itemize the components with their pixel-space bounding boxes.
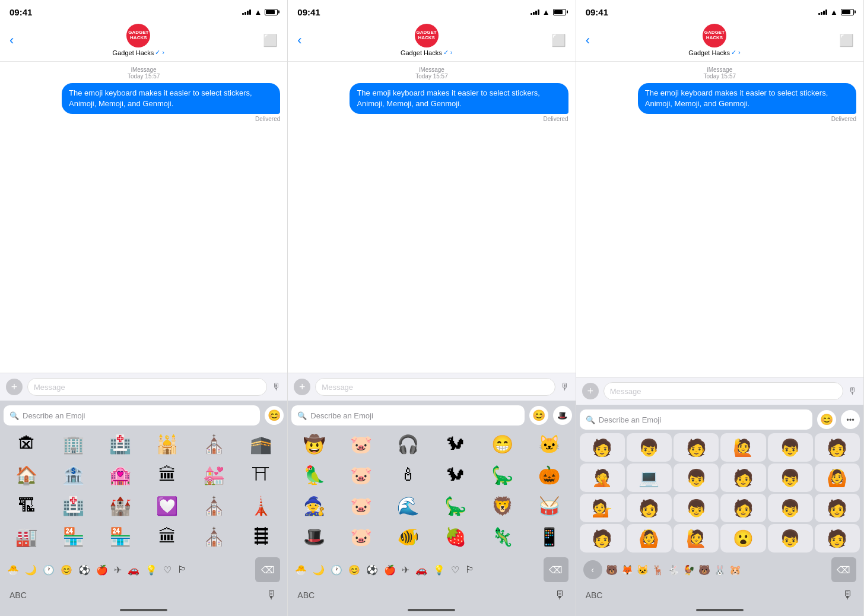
emoji-cell[interactable]: 🦕 (432, 491, 478, 520)
kb-icon[interactable]: 🦊 (621, 564, 633, 576)
mic-button-3[interactable]: 🎙 (848, 386, 857, 396)
memoji-cell[interactable]: 🧑 (674, 433, 719, 462)
kb-icon[interactable]: 🕐 (43, 564, 55, 576)
more-btn-3[interactable]: ••• (841, 410, 860, 429)
kb-icon[interactable]: 🍎 (96, 564, 108, 576)
memoji-cell[interactable]: 🙆 (815, 463, 860, 492)
emoji-face-btn-3[interactable]: 😊 (817, 410, 836, 429)
emoji-cell[interactable]: 🏢 (50, 429, 96, 459)
kb-icon[interactable]: ✈ (402, 564, 409, 576)
kb-icon[interactable]: 😊 (61, 564, 72, 576)
memoji-cell[interactable]: 💻 (627, 463, 672, 492)
memoji-cell[interactable]: 👦 (768, 524, 813, 553)
kb-icon[interactable]: ♡ (163, 564, 171, 576)
kb-icon[interactable]: 🍎 (384, 564, 396, 576)
kb-icon[interactable]: 🕐 (331, 564, 342, 576)
abc-label-2[interactable]: ABC (297, 590, 315, 600)
emoji-cell[interactable]: 🐷 (338, 460, 384, 490)
emoji-cell[interactable]: ⛪ (191, 429, 237, 459)
emoji-cell[interactable]: ⛩ (238, 460, 284, 490)
emoji-cell[interactable]: 🐷 (338, 522, 384, 551)
video-button-1[interactable]: ⬜ (263, 33, 278, 47)
mic-large-3[interactable]: 🎙 (842, 588, 854, 602)
emoji-cell[interactable]: 🏥 (97, 429, 143, 459)
emoji-cell[interactable]: ⛪ (191, 522, 237, 551)
emoji-cell[interactable]: 🐿 (432, 429, 478, 459)
kb-icon[interactable]: 🐱 (637, 564, 649, 576)
kb-icon[interactable]: 🚗 (415, 564, 427, 576)
emoji-face-btn-1[interactable]: 😊 (265, 406, 284, 425)
emoji-cell[interactable]: 🦁 (479, 491, 525, 520)
kb-icon[interactable]: 🐻 (606, 564, 618, 576)
video-button-2[interactable]: ⬜ (551, 33, 566, 47)
memoji-cell[interactable]: 👦 (674, 494, 719, 522)
emoji-cell[interactable]: 🧙 (291, 491, 337, 520)
plus-button-3[interactable]: + (582, 383, 599, 399)
plus-button-2[interactable]: + (294, 379, 310, 395)
memoji-cell[interactable]: 👦 (627, 433, 672, 462)
memoji-cell[interactable]: 🧑 (815, 433, 860, 462)
emoji-cell[interactable]: 🏥 (50, 491, 96, 520)
emoji-cell[interactable]: 🏪 (97, 522, 143, 551)
kb-icon[interactable]: 🐹 (729, 564, 741, 576)
kb-icon[interactable]: 🏳 (177, 564, 187, 575)
emoji-cell[interactable]: 🤠 (291, 429, 337, 459)
emoji-cell[interactable]: 🏰 (97, 491, 143, 520)
emoji-cell[interactable]: 🦜 (291, 460, 337, 490)
delete-button-3[interactable]: ⌫ (831, 557, 856, 582)
kb-icon[interactable]: 🐓 (683, 564, 695, 576)
kb-icon[interactable]: 🚗 (128, 564, 139, 576)
kb-icon[interactable]: 💡 (145, 564, 157, 576)
emoji-cell[interactable]: 🏗 (4, 491, 49, 520)
emoji-cell[interactable]: 📱 (526, 522, 572, 551)
back-button-1[interactable]: ‹ (9, 33, 14, 48)
emoji-cell[interactable]: ⛪ (191, 491, 237, 520)
emoji-search-input-1[interactable]: 🔍 Describe an Emoji (4, 405, 260, 426)
mic-button-2[interactable]: 🎙 (560, 382, 570, 392)
emoji-face-btn-2[interactable]: 😊 (529, 406, 548, 425)
emoji-cell[interactable]: 🐠 (385, 522, 431, 551)
kb-icon[interactable]: 🐻 (698, 564, 710, 576)
memoji-cell[interactable]: 👦 (768, 494, 813, 522)
kb-icon[interactable]: 🐰 (714, 564, 726, 576)
memoji-cell[interactable]: 💁 (580, 494, 625, 522)
emoji-cell[interactable]: 🐱 (526, 429, 572, 459)
memoji-cell[interactable]: 🧑 (580, 524, 625, 553)
emoji-cell[interactable]: 🕌 (144, 429, 190, 459)
kb-icon[interactable]: 💡 (433, 564, 445, 576)
kb-icon[interactable]: 🌙 (25, 564, 37, 576)
memoji-cell[interactable]: 👦 (768, 433, 813, 462)
memoji-cell[interactable]: 🙋 (674, 524, 719, 553)
emoji-cell[interactable]: 🏩 (97, 460, 143, 490)
emoji-cell[interactable]: 🦎 (479, 522, 525, 551)
kb-icon[interactable]: ⚽ (366, 564, 378, 576)
memoji-cell[interactable]: 🧑 (720, 463, 765, 492)
emoji-search-input-2[interactable]: 🔍 Describe an Emoji (291, 405, 524, 426)
mic-button-1[interactable]: 🎙 (272, 382, 281, 392)
kb-icon[interactable]: ♡ (451, 564, 459, 576)
video-button-3[interactable]: ⬜ (839, 33, 854, 47)
emoji-cell[interactable]: 🐷 (338, 429, 384, 459)
memoji-cell[interactable]: 🧑 (720, 494, 765, 522)
kb-icon[interactable]: 😊 (348, 564, 360, 576)
emoji-search-input-3[interactable]: 🔍 Describe an Emoji (580, 409, 812, 430)
emoji-cell[interactable]: 🏪 (50, 522, 96, 551)
emoji-cell[interactable]: 🛤 (238, 522, 284, 551)
abc-label-1[interactable]: ABC (9, 590, 27, 600)
memoji-cell[interactable]: 😮 (720, 524, 765, 553)
emoji-cell[interactable]: 🕋 (238, 429, 284, 459)
message-input-1[interactable]: Message (27, 378, 267, 396)
mic-large-1[interactable]: 🎙 (266, 588, 278, 602)
memoji-cell[interactable]: 🧑 (815, 524, 860, 553)
memoji-cell[interactable]: 🤦 (580, 463, 625, 492)
emoji-cell[interactable]: 🗼 (238, 491, 284, 520)
emoji-cell[interactable]: 🏛 (144, 522, 190, 551)
emoji-cell[interactable]: 💟 (144, 491, 190, 520)
mic-large-2[interactable]: 🎙 (554, 588, 566, 602)
emoji-cell[interactable]: 🏚 (4, 429, 49, 459)
message-input-3[interactable]: Message (603, 382, 843, 400)
message-input-2[interactable]: Message (315, 378, 555, 396)
emoji-cell[interactable]: 😁 (479, 429, 525, 459)
memoji-cell[interactable]: 🧑 (815, 494, 860, 522)
kb-icon[interactable]: 🐣 (295, 564, 307, 576)
